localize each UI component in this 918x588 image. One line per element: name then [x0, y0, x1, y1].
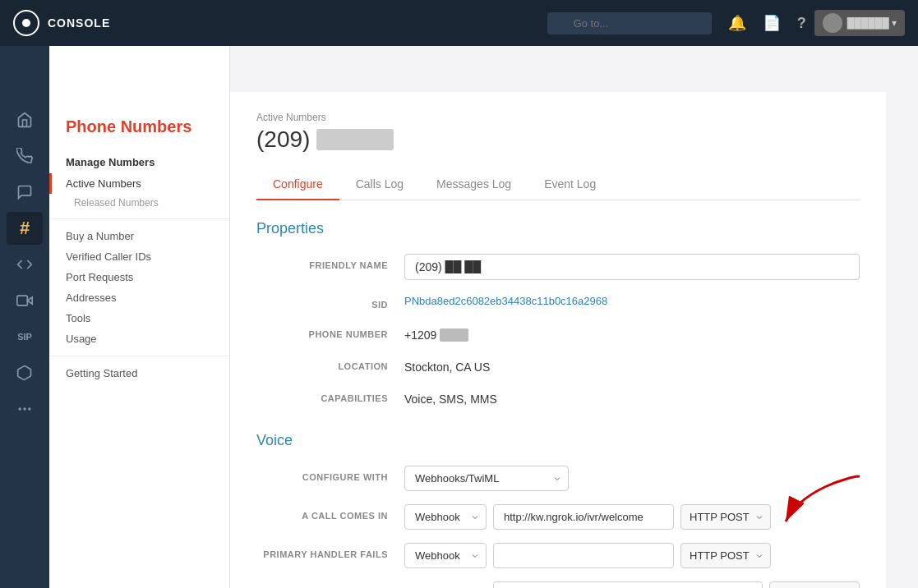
http-method-select[interactable]: HTTP POST: [680, 504, 771, 530]
sidebar-item-released-numbers[interactable]: Released Numbers: [49, 194, 229, 212]
voice-title: Voice: [256, 432, 860, 449]
capabilities-label: CAPABILITIES: [256, 387, 404, 403]
a-call-comes-in-label: A CALL COMES IN: [256, 504, 404, 521]
webhook-url-input[interactable]: [493, 504, 674, 530]
configure-with-row: CONFIGURE WITH Webhooks/TwiML: [256, 466, 860, 491]
primary-handler-fails-label: PRIMARY HANDLER FAILS: [256, 543, 404, 559]
friendly-name-value: [404, 254, 860, 280]
sidebar-icon-sip[interactable]: SIP: [7, 320, 43, 353]
http-method-dropdown-wrapper: HTTP POST: [680, 504, 771, 530]
document-icon[interactable]: 📄: [763, 14, 781, 32]
sidebar-item-usage[interactable]: Usage: [49, 328, 229, 349]
sidebar-icon-hash[interactable]: #: [7, 212, 43, 245]
phone-number-display: +1209: [404, 323, 860, 342]
location-label: LOCATION: [256, 355, 404, 371]
phone-number-text: (209): [256, 126, 310, 153]
call-status-method-wrapper: HTTP POST: [769, 581, 860, 588]
sidebar-icon-box[interactable]: [7, 356, 43, 389]
phone-number-blurred: [316, 129, 394, 150]
location-row: LOCATION Stockton, CA US: [256, 355, 860, 374]
sidebar-icon-home[interactable]: [7, 103, 43, 136]
phone-number-row: PHONE NUMBER +1209: [256, 323, 860, 342]
tab-bar: Configure Calls Log Messages Log Event L…: [256, 169, 860, 200]
sidebar-icon-message[interactable]: [7, 176, 43, 209]
webhook-select[interactable]: Webhook: [404, 504, 487, 530]
search-input[interactable]: [547, 12, 712, 34]
sidebar-item-addresses[interactable]: Addresses: [49, 287, 229, 308]
user-label: ██████ ▾: [847, 17, 897, 29]
app-logo[interactable]: CONSOLE: [13, 10, 110, 36]
search-wrapper: [547, 12, 712, 34]
location-value: Stockton, CA US: [404, 355, 860, 374]
tab-event-log[interactable]: Event Log: [528, 169, 612, 200]
friendly-name-input[interactable]: [404, 254, 860, 280]
logo-icon: [13, 10, 39, 36]
primary-fails-url-input[interactable]: [493, 543, 674, 568]
topbar: CONSOLE 🔔 📄 ? ██████ ▾: [0, 0, 918, 46]
call-status-url-input[interactable]: [493, 581, 763, 588]
sid-value: PNbda8ed2c6082eb34438c11b0c16a2968: [404, 293, 860, 308]
sidebar-item-active-numbers[interactable]: Active Numbers: [49, 173, 229, 194]
a-call-comes-in-row: A CALL COMES IN Webhook: [256, 504, 860, 530]
sid-row: SID PNbda8ed2c6082eb34438c11b0c16a2968: [256, 293, 860, 310]
call-status-changes-row: CALL STATUS CHANGES HTTP POST: [256, 581, 860, 588]
nav-divider-1: [49, 218, 229, 219]
svg-point-6: [28, 407, 30, 410]
capabilities-value: Voice, SMS, MMS: [404, 387, 860, 406]
svg-marker-2: [27, 297, 32, 304]
webhook-dropdown-wrapper: Webhook: [404, 504, 487, 530]
user-menu[interactable]: ██████ ▾: [814, 10, 905, 36]
configure-with-label: CONFIGURE WITH: [256, 466, 404, 482]
content-inner: Active Numbers (209) Configure Calls Log…: [230, 92, 886, 588]
main-content: Active Numbers (209) Configure Calls Log…: [230, 46, 886, 588]
call-status-changes-value: HTTP POST: [404, 581, 860, 588]
call-comes-in-controls: Webhook HTTP POST: [404, 504, 860, 530]
nav-divider-2: [49, 356, 229, 356]
notification-icon[interactable]: 🔔: [728, 14, 746, 32]
primary-fails-webhook-wrapper: Webhook: [404, 543, 487, 568]
capabilities-row: CAPABILITIES Voice, SMS, MMS: [256, 387, 860, 406]
sidebar-icon-phone[interactable]: [7, 140, 43, 172]
sid-link[interactable]: PNbda8ed2c6082eb34438c11b0c16a2968: [404, 295, 607, 307]
primary-handler-fails-value: Webhook HTTP POST: [404, 543, 860, 568]
sidebar-icon-code[interactable]: [7, 248, 43, 281]
sidebar-item-tools[interactable]: Tools: [49, 308, 229, 328]
primary-fails-webhook-select[interactable]: Webhook: [404, 543, 487, 568]
svg-point-5: [23, 407, 25, 410]
sidebar-item-getting-started[interactable]: Getting Started: [49, 363, 229, 384]
app-name: CONSOLE: [48, 16, 110, 30]
topbar-icons: 🔔 📄 ?: [728, 14, 806, 32]
sidebar-item-buy-number[interactable]: Buy a Number: [49, 226, 229, 246]
sidebar-icon-more[interactable]: [7, 393, 43, 425]
configure-with-select[interactable]: Webhooks/TwiML: [404, 466, 569, 491]
nav-title: Phone Numbers: [66, 117, 213, 136]
primary-fails-method-wrapper: HTTP POST: [680, 543, 771, 568]
primary-handler-fails-row: PRIMARY HANDLER FAILS Webhook: [256, 543, 860, 568]
phone-number-title: (209): [256, 126, 860, 153]
breadcrumb: Active Numbers: [256, 112, 860, 123]
sidebar-item-port-requests[interactable]: Port Requests: [49, 267, 229, 287]
a-call-comes-in-value: Webhook HTTP POST: [404, 504, 860, 530]
configure-with-value: Webhooks/TwiML: [404, 466, 860, 491]
manage-numbers-heading: Manage Numbers: [49, 156, 229, 168]
friendly-name-row: FRIENDLY NAME: [256, 254, 860, 280]
svg-rect-3: [17, 296, 27, 305]
tab-messages-log[interactable]: Messages Log: [420, 169, 528, 200]
voice-section: Voice CONFIGURE WITH Webhooks/TwiML: [256, 432, 860, 588]
call-status-changes-label: CALL STATUS CHANGES: [256, 581, 404, 588]
sid-label: SID: [256, 293, 404, 310]
phone-number-label: PHONE NUMBER: [256, 323, 404, 339]
sidebar-item-verified-caller-ids[interactable]: Verified Caller IDs: [49, 246, 229, 267]
nav-sidebar: Phone Numbers Manage Numbers Active Numb…: [49, 46, 230, 588]
svg-point-4: [19, 407, 21, 410]
primary-fails-controls: Webhook HTTP POST: [404, 543, 860, 568]
tab-calls-log[interactable]: Calls Log: [339, 169, 420, 200]
call-status-method-select[interactable]: HTTP POST: [769, 581, 860, 588]
primary-fails-method-select[interactable]: HTTP POST: [680, 543, 771, 568]
help-icon[interactable]: ?: [797, 15, 806, 32]
tab-configure[interactable]: Configure: [256, 169, 339, 200]
call-status-controls: HTTP POST: [404, 581, 860, 588]
icon-sidebar: # SIP: [0, 46, 49, 588]
sidebar-icon-video[interactable]: [7, 284, 43, 317]
properties-title: Properties: [256, 220, 860, 237]
